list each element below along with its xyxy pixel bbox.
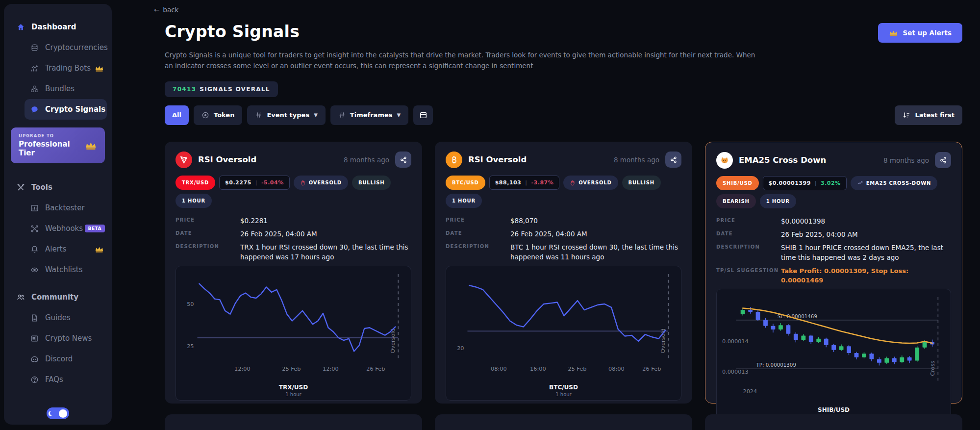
signals-count-label: SIGNALS OVERALL [200,86,270,93]
sidebar-main-nav: DashboardCryptocurrenciesTrading BotsBun… [4,17,112,120]
signal-card-shib[interactable]: EMA25 Cross Down 8 months ago SHIB/USD$0… [705,142,962,404]
svg-text:20: 20 [457,344,464,351]
token-pair-tag: SHIB/USD [716,176,759,190]
price-value: $0.00001399 [769,180,811,186]
signal-chart: 502512:0025 Feb12:0026 FebOversold [180,271,407,383]
signals-overall-badge: 70413 SIGNALS OVERALL [165,81,278,97]
sidebar-item-watchlists[interactable]: Watchlists [4,259,112,280]
sidebar-item-crypto-signals[interactable]: Crypto Signals [25,99,107,120]
sidebar-item-label: FAQs [45,375,63,384]
hash-icon [338,111,346,119]
svg-text:SL: 0.00001469: SL: 0.00001469 [778,313,817,319]
page-description: Crypto Signals is a unique tool for trad… [165,50,765,72]
detail-row-price: PRICE$0.2281 [176,216,411,226]
page-title: Crypto Signals [165,22,300,41]
bullish-tag: BULLISH [352,176,391,190]
sidebar-item-dashboard[interactable]: Dashboard [4,17,112,37]
shib-coin-icon [716,152,733,169]
sidebar-item-faqs[interactable]: FAQs [4,369,112,390]
signal-card-trx[interactable]: RSI Oversold 8 months ago TRX/USD$0.2275… [165,142,422,404]
share-button[interactable] [395,152,411,168]
detail-value: TRX 1 hour RSI crossed down 30, the last… [240,242,411,262]
signal-card-partial[interactable] [435,414,692,430]
theme-toggle[interactable] [47,407,69,419]
detail-value: 26 Feb 2025, 04:00 AM [781,229,858,239]
token-pair-tag: BTC/USD [446,176,485,190]
share-button[interactable] [935,152,951,168]
rsi-line-chart: 2008:0016:0025 Feb08:0026 FebOversold [450,271,677,383]
detail-value: $88,070 [510,216,538,226]
filter-all-button[interactable]: All [165,105,189,125]
filter-timeframes-button[interactable]: Timeframes ▼ [330,105,408,125]
svg-text:26 Feb: 26 Feb [366,365,385,372]
signal-chart-panel: 502512:0025 Feb12:0026 FebOversold TRX/U… [176,266,411,401]
sidebar-item-webhooks[interactable]: WebhooksBETA [4,218,112,239]
crown-icon [95,246,104,253]
sidebar-item-cryptocurrencies[interactable]: Cryptocurrencies [4,37,112,58]
sidebar-item-bundles[interactable]: Bundles [4,78,112,99]
detail-value: $0.00001398 [781,216,825,226]
sidebar-item-crypto-news[interactable]: Crypto News [4,328,112,349]
sidebar-item-trading-bots[interactable]: Trading Bots [4,58,112,78]
detail-label: DESCRIPTION [446,242,510,262]
signal-cards-row: RSI Oversold 8 months ago TRX/USD$0.2275… [165,142,962,404]
signal-age: 8 months ago [344,156,389,164]
1-hour-tag: 1 HOUR [446,194,482,208]
1-hour-tag: 1 HOUR [760,194,796,208]
upgrade-professional-banner[interactable]: UPGRADE TO Professional Tier [11,127,105,163]
upgrade-tier-label: Professional Tier [19,140,85,157]
filter-token-button[interactable]: Token [194,105,242,125]
crown-icon [889,29,898,37]
sidebar-item-label: Webhooks [45,224,83,233]
sidebar-item-label: Discord [45,354,73,363]
svg-text:50: 50 [187,300,194,307]
signal-details: PRICE$0.2281DATE26 Feb 2025, 04:00 AMDES… [176,216,411,266]
svg-text:16:00: 16:00 [530,365,546,372]
sidebar-item-guides[interactable]: Guides [4,307,112,328]
signal-card-partial[interactable] [705,414,962,430]
svg-text:08:00: 08:00 [491,365,507,372]
svg-text:12:00: 12:00 [234,365,251,372]
svg-text:Cross: Cross [930,360,936,376]
crown-icon [95,65,104,72]
price-change-chip: $0.00001399|3.02% [763,176,847,190]
hand-down-icon [300,179,306,186]
trend-down-icon [857,180,863,186]
sidebar-item-discord[interactable]: Discord [4,349,112,369]
svg-text:08:00: 08:00 [608,365,625,372]
detail-label: DATE [446,229,510,239]
set-up-alerts-button[interactable]: Set up Alerts [878,23,962,43]
sidebar-item-backtester[interactable]: Backtester [4,198,112,218]
back-link[interactable]: ← back [154,6,178,14]
signal-tags: BTC/USD$88,103|-3.87%OVERSOLDBULLISH1 HO… [446,176,681,208]
signal-title: EMA25 Cross Down [739,155,826,165]
sort-latest-first-button[interactable]: Latest first [895,105,962,125]
detail-row-description: DESCRIPTIONBTC 1 hour RSI crossed down 3… [446,242,681,262]
sidebar-community-nav: CommunityGuidesCrypto NewsDiscordFAQs [4,287,112,390]
detail-row-price: PRICE$0.00001398 [716,216,951,226]
detail-value: SHIB 1 hour PRICE crossed down EMA25, th… [781,243,951,263]
card-header: RSI Oversold 8 months ago [446,152,681,168]
sidebar-item-alerts[interactable]: Alerts [4,239,112,259]
token-icon [201,111,209,119]
sidebar-item-label: Guides [45,313,71,322]
filter-event-types-button[interactable]: Event types ▼ [247,105,325,125]
signal-chart: 2008:0016:0025 Feb08:0026 FebOversold [450,271,677,383]
share-icon [670,156,678,164]
svg-text:2024: 2024 [743,388,757,395]
calendar-icon [419,111,427,119]
sidebar-item-tools[interactable]: Tools [4,177,112,198]
price-change-chip: $88,103|-3.87% [489,176,560,190]
detail-row-date: DATE26 Feb 2025, 04:00 AM [176,229,411,239]
webhooks-icon [30,225,39,233]
sidebar-item-community[interactable]: Community [4,287,112,307]
share-button[interactable] [665,152,681,168]
date-filter-button[interactable] [413,105,433,125]
backtester-icon [30,204,39,212]
signal-card-btc[interactable]: RSI Oversold 8 months ago BTC/USD$88,103… [435,142,692,404]
ema25-cross-down-tag: EMA25 CROSS-DOWN [851,176,938,190]
bell-icon [30,245,39,253]
signal-card-partial[interactable] [165,414,422,430]
price-change-chip: $0.2275|-5.04% [219,176,290,190]
svg-text:0.000014: 0.000014 [722,338,749,344]
